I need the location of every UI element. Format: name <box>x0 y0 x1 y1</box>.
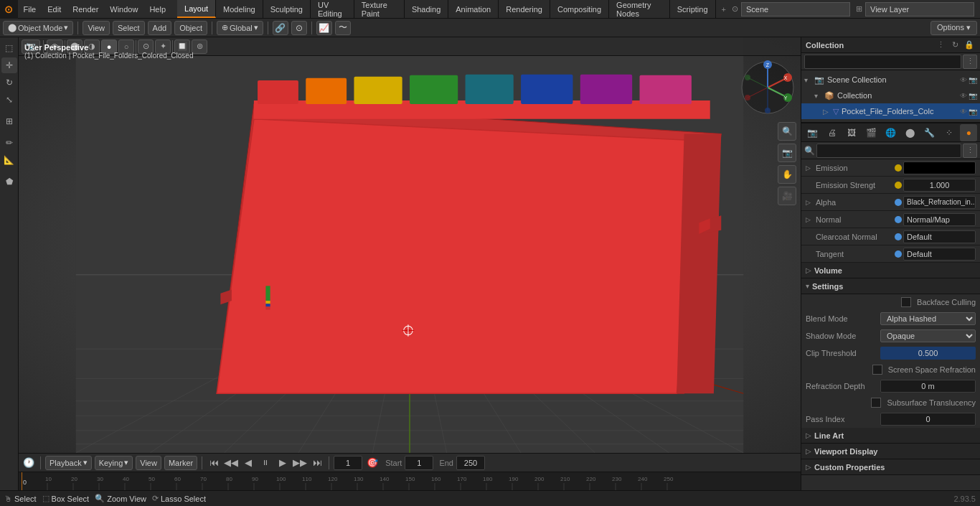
tab-modeling[interactable]: Modeling <box>216 0 263 18</box>
object-menu[interactable]: Object <box>174 21 207 35</box>
normal-expand[interactable]: ▷ <box>806 216 816 223</box>
rendered-shading-btn[interactable]: ● <box>101 39 117 54</box>
viewport-display-section-header[interactable]: ▷ Viewport Display <box>801 444 980 459</box>
emission-strength-field[interactable]: 1.000 <box>903 179 976 192</box>
volume-section-header[interactable]: ▷ Volume <box>801 263 980 278</box>
refraction-depth-field[interactable]: 0 m <box>880 380 976 393</box>
object-visibility[interactable]: 👁 <box>960 108 967 116</box>
playback-menu[interactable]: Playback ▾ <box>45 456 92 470</box>
add-workspace-button[interactable]: + <box>716 5 732 14</box>
emission-strength-dot[interactable] <box>895 182 902 189</box>
tab-sculpting[interactable]: Sculpting <box>263 0 311 18</box>
scene-collection-render[interactable]: 📷 <box>969 76 977 84</box>
marker-menu[interactable]: Marker <box>164 456 197 470</box>
snap-button[interactable]: 🔗 <box>273 21 288 35</box>
play-button[interactable]: ▶ <box>275 456 290 470</box>
tab-animation[interactable]: Animation <box>448 0 499 18</box>
annotate-tool-button[interactable]: ✏ <box>1 135 17 151</box>
jump-end-button[interactable]: ⏭ <box>310 456 324 470</box>
outliner-restrict-btn[interactable]: 🔒 <box>963 39 976 52</box>
collection-visibility[interactable]: 👁 <box>960 92 967 100</box>
tab-uv-editing[interactable]: UV Editing <box>311 0 354 18</box>
menu-edit[interactable]: Edit <box>42 0 67 18</box>
menu-render[interactable]: Render <box>67 0 104 18</box>
outliner-filter-btn[interactable]: ⋮ <box>934 39 947 52</box>
tab-compositing[interactable]: Compositing <box>550 0 609 18</box>
props-search-input[interactable] <box>816 144 961 158</box>
options-button[interactable]: Options ▾ <box>930 21 977 35</box>
jump-start-button[interactable]: ⏮ <box>207 456 221 470</box>
step-back-button[interactable]: ◀◀ <box>224 456 238 470</box>
proportional-btn[interactable]: ⊚ <box>192 39 207 54</box>
transform-tool-button[interactable]: ⊞ <box>1 113 17 129</box>
modifier-props-icon[interactable]: 🔧 <box>921 124 938 141</box>
frame-picker-icon[interactable]: 🎯 <box>365 456 380 470</box>
select-tool-button[interactable]: ⬚ <box>1 40 17 56</box>
view-layer-selector[interactable] <box>865 2 974 17</box>
scene-props-icon[interactable]: 🎬 <box>862 124 880 141</box>
world-props-icon[interactable]: 🌐 <box>882 124 899 141</box>
emission-color-value[interactable] <box>903 161 976 174</box>
wireframe-shading-btn[interactable]: ○ <box>118 39 134 54</box>
menu-file[interactable]: File <box>18 0 42 18</box>
menu-help[interactable]: Help <box>143 0 171 18</box>
snapping-btn[interactable]: 🔲 <box>174 39 190 54</box>
object-mode-selector[interactable]: ⬤ Object Mode ▾ <box>3 21 73 35</box>
line-art-section-header[interactable]: ▷ Line Art <box>801 428 980 444</box>
outliner-search-input[interactable] <box>804 55 961 69</box>
tab-rendering[interactable]: Rendering <box>499 0 550 18</box>
tab-texture-paint[interactable]: Texture Paint <box>354 0 405 18</box>
view-menu[interactable]: View <box>83 21 110 35</box>
normal-value[interactable]: Normal/Map <box>903 213 976 226</box>
custom-properties-section-header[interactable]: ▷ Custom Properties <box>801 459 980 475</box>
tree-item-object[interactable]: ▷ ▽ Pocket_File_Folders_Colc 👁 📷 <box>801 103 980 119</box>
scene-selector[interactable] <box>741 2 850 17</box>
props-filter-btn[interactable]: ⋮ <box>963 144 977 158</box>
navigation-gizmo[interactable]: X Y Z <box>739 59 796 116</box>
move-tool-button[interactable]: ✛ <box>1 57 17 73</box>
select-menu[interactable]: Select <box>113 21 145 35</box>
object-props-icon[interactable]: ⬤ <box>902 124 919 141</box>
clearcoat-dot[interactable] <box>895 233 902 240</box>
zoom-in-button[interactable]: 🔍 <box>778 122 796 141</box>
outliner-sync-btn[interactable]: ↻ <box>948 39 961 52</box>
step-forward-button[interactable]: ▶▶ <box>293 456 307 470</box>
blend-mode-select[interactable]: Alpha Hashed Opaque Alpha Clip Alpha Ble… <box>880 312 976 325</box>
clearcoat-normal-value[interactable]: Default <box>903 230 976 243</box>
solid-shading-btn[interactable]: ⬤ <box>67 39 83 54</box>
end-frame-field[interactable]: 250 <box>456 456 485 470</box>
alpha-value[interactable]: Black_Refraction_in... <box>903 196 976 209</box>
viewport-view-btn[interactable]: 👁 <box>47 39 63 54</box>
graph-button[interactable]: 📈 <box>316 21 332 35</box>
view-layer-props-icon[interactable]: 🖼 <box>843 124 860 141</box>
ssr-checkbox[interactable] <box>872 365 882 375</box>
output-props-icon[interactable]: 🖨 <box>824 124 841 141</box>
stop-button[interactable]: ⏸ <box>258 456 273 470</box>
tab-geometry-nodes[interactable]: Geometry Nodes <box>609 0 670 18</box>
object-render[interactable]: 📷 <box>969 108 977 116</box>
sst-checkbox[interactable] <box>871 398 881 408</box>
rotate-tool-button[interactable]: ↻ <box>1 75 17 90</box>
alpha-dot[interactable] <box>895 199 902 206</box>
transform-selector[interactable]: ⊕ Global ▾ <box>217 21 263 35</box>
shadow-mode-select[interactable]: Opaque None Alpha Clip Alpha Hashed <box>880 329 976 342</box>
collection-render[interactable]: 📷 <box>969 92 977 100</box>
tree-item-collection[interactable]: ▾ 📦 Collection 👁 📷 <box>801 88 980 103</box>
emission-expand[interactable]: ▷ <box>806 164 816 172</box>
viewport-camera-btn[interactable]: 📷 <box>22 39 40 54</box>
tab-scripting[interactable]: Scripting <box>670 0 716 18</box>
particles-props-icon[interactable]: ⁘ <box>941 124 958 141</box>
menu-window[interactable]: Window <box>104 0 143 18</box>
add-object-button[interactable]: ⬟ <box>1 174 17 189</box>
fly-button[interactable]: 🎥 <box>778 187 796 205</box>
tangent-dot[interactable] <box>895 250 902 258</box>
settings-section-header[interactable]: ▾ Settings <box>801 278 980 294</box>
timeline-view-menu[interactable]: View <box>136 456 161 470</box>
material-shading-btn[interactable]: ◑ <box>84 39 100 54</box>
tree-item-scene-collection[interactable]: ▾ 📷 Scene Collection 👁 📷 <box>801 72 980 88</box>
proportional-edit-button[interactable]: ⊙ <box>291 21 307 35</box>
outliner-filter-toggle[interactable]: ⋮ <box>963 55 977 69</box>
emission-dot[interactable] <box>895 164 902 172</box>
tangent-value[interactable]: Default <box>903 248 976 261</box>
measure-tool-button[interactable]: 📐 <box>1 152 17 168</box>
